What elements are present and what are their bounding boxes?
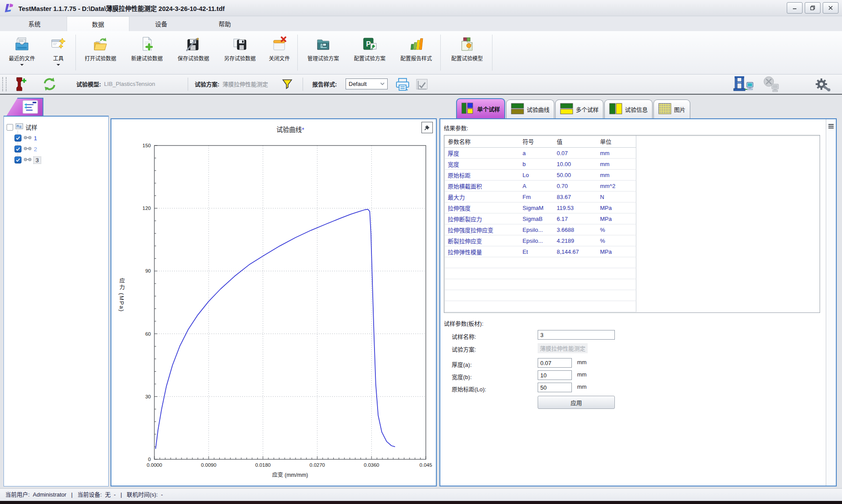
tree-root-label[interactable]: 试样 (25, 123, 37, 131)
plan-label: 试验方案: (195, 80, 219, 88)
checkbox-checked[interactable] (14, 146, 21, 153)
config-test-model-button[interactable]: 配置试验模型 (444, 32, 490, 73)
tab-label: 试验曲线 (527, 105, 549, 114)
pin-button[interactable] (421, 122, 433, 133)
table-cell: MPa (597, 248, 636, 255)
machine-offline-icon[interactable] (762, 76, 781, 94)
tree-item-2[interactable]: 2 (14, 145, 37, 153)
tree-item-label[interactable]: 3 (34, 157, 41, 163)
tree-item-label[interactable]: 1 (34, 135, 37, 142)
table-cell: 原始横截面积 (444, 182, 520, 190)
open-test-data-button[interactable]: 打开试验数据 (78, 32, 123, 73)
save-as-data-icon (232, 32, 248, 52)
toolbar-divider (492, 35, 492, 71)
table-cell: b (520, 161, 554, 167)
menu-tab-help[interactable]: 帮助 (194, 16, 256, 31)
save-as-test-data-button[interactable]: 另存试验数据 (218, 32, 262, 73)
column-header[interactable]: 单位 (597, 137, 636, 146)
new-data-icon (139, 32, 155, 52)
table-header-row: 参数名称符号值单位 (444, 135, 636, 148)
refresh-icon[interactable] (42, 77, 57, 92)
specimen-add-icon[interactable] (14, 77, 27, 92)
tab-curves[interactable]: 试验曲线 (506, 99, 554, 118)
table-row-empty[interactable] (444, 257, 636, 268)
tab-test-info[interactable]: 试验信息 (604, 99, 653, 118)
table-row[interactable]: 原始横截面积A0.70mm^2 (444, 181, 636, 192)
checkbox-checked[interactable] (14, 156, 21, 163)
config-test-plan-label: 配置试验方案 (354, 54, 385, 62)
chart-panel: 试验曲线* 03060901201500.00000.00900.01800.0… (111, 118, 437, 486)
root-checkbox[interactable] (7, 124, 13, 131)
column-header[interactable]: 符号 (520, 137, 554, 146)
minimize-button[interactable] (787, 2, 803, 14)
config-report-style-button[interactable]: 配置报告样式 (394, 32, 439, 73)
toolbar-grip[interactable] (2, 77, 7, 91)
tools-icon (50, 32, 66, 52)
save-data-icon (186, 32, 201, 52)
tab-single-specimen[interactable]: 单个试样 (456, 98, 505, 118)
save-test-data-button[interactable]: 保存试验数据 (171, 32, 216, 73)
report-check-icon[interactable] (415, 78, 430, 91)
table-cell: 50.00 (554, 172, 597, 178)
table-row[interactable]: 宽度b10.00mm (444, 159, 636, 170)
table-row[interactable]: 拉伸强度SigmaM119.53MPa (444, 202, 636, 213)
apply-button[interactable]: 应用 (538, 396, 615, 409)
thickness-input[interactable] (538, 358, 572, 368)
print-icon[interactable] (395, 78, 411, 92)
column-header[interactable]: 参数名称 (444, 137, 520, 146)
table-row-empty[interactable] (444, 301, 636, 312)
table-row[interactable]: 最大力Fm83.67N (444, 192, 636, 202)
table-row[interactable]: 断裂拉伸应变Epsilo...4.2189% (444, 235, 636, 246)
machine-online-icon[interactable] (732, 75, 754, 93)
table-row-empty[interactable] (444, 279, 636, 290)
report-style-select[interactable]: Default (346, 78, 388, 89)
dropdown-arrow-icon[interactable] (20, 64, 24, 67)
tree-root[interactable]: 试样 (7, 123, 37, 131)
tab-label: 试验信息 (625, 105, 648, 114)
restore-button[interactable] (805, 2, 821, 14)
tree-item-label[interactable]: 2 (34, 146, 37, 153)
gauge-length-input[interactable] (538, 383, 572, 392)
table-row[interactable]: 厚度a0.07mm (444, 148, 636, 159)
table-cell: 断裂拉伸应变 (444, 237, 520, 245)
recent-files-label: 最近的文件 (9, 54, 35, 62)
specimen-tree-tab[interactable] (7, 98, 43, 116)
table-cell: % (597, 238, 636, 244)
tree-item-3[interactable]: 3 (14, 156, 41, 164)
table-row[interactable]: 拉伸断裂应力SigmaB6.17MPa (444, 213, 636, 224)
table-cell: 最大力 (444, 193, 520, 201)
manage-test-plan-button[interactable]: 管理试验方案 (301, 32, 346, 73)
dropdown-arrow-icon[interactable] (57, 64, 60, 67)
column-header[interactable]: 值 (554, 137, 597, 146)
settings-icon[interactable] (814, 77, 831, 92)
close-window-button[interactable] (823, 2, 838, 14)
width-input[interactable] (538, 370, 572, 380)
chevron-down-icon (380, 82, 385, 85)
sample-name-label: 试样名称: (452, 332, 476, 341)
table-row[interactable]: 拉伸强度拉伸应变Epsilo...3.6688% (444, 224, 636, 235)
single-specimen-icon (461, 103, 475, 115)
table-row[interactable]: 拉伸弹性模量Et8,144.67MPa (444, 246, 636, 257)
close-file-button[interactable]: 关闭文件 (264, 32, 295, 73)
menu-tab-system[interactable]: 系统 (4, 16, 65, 31)
tab-picture[interactable]: 图片 (653, 99, 690, 118)
menu-tab-device[interactable]: 设备 (130, 16, 192, 31)
new-test-data-button[interactable]: 新建试验数据 (125, 32, 169, 73)
table-row-empty[interactable] (444, 268, 636, 279)
sample-name-input[interactable] (538, 330, 615, 340)
table-cell: 3.6688 (554, 227, 597, 233)
menu-tab-data[interactable]: 数据 (67, 16, 129, 32)
table-cell: 拉伸强度 (444, 204, 520, 212)
tab-multi-specimen[interactable]: 多个试样 (555, 99, 603, 118)
recent-files-button[interactable]: 最近的文件 (2, 32, 42, 73)
table-row[interactable]: 原始标距Lo50.00mm (444, 170, 636, 181)
tree-item-1[interactable]: 1 (14, 134, 37, 142)
table-row-empty[interactable] (444, 290, 636, 301)
checkbox-checked[interactable] (14, 135, 21, 142)
main-content: 试样123 试验曲线* 03060901201500.00000.00900.0… (0, 95, 842, 488)
panel-menu-icon[interactable] (828, 123, 835, 130)
config-test-plan-button[interactable]: P配置试验方案 (347, 32, 392, 73)
tools-button[interactable]: 工具 (44, 32, 73, 73)
x-axis-label: 应变 (mm/mm) (272, 472, 308, 478)
filter-funnel-icon[interactable] (282, 78, 293, 90)
